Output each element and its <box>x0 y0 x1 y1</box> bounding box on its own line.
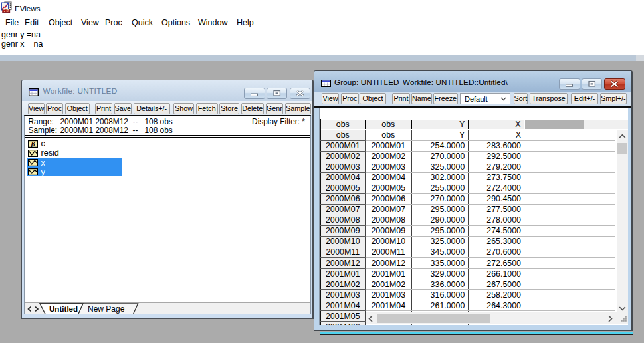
svg-text:Untitled: Untitled <box>49 304 78 313</box>
svg-text:New Page: New Page <box>88 304 125 314</box>
svg-text:β: β <box>30 140 35 148</box>
